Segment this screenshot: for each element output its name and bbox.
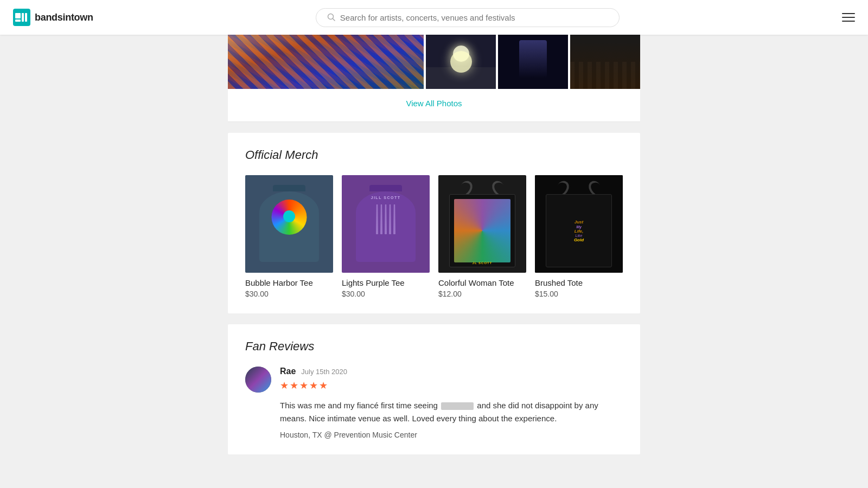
- merch-price-1: $30.00: [245, 290, 333, 298]
- header: bandsintown: [0, 0, 868, 35]
- merch-grid: Bubble Harbor Tee $30.00 JILL SCOTT: [245, 175, 623, 298]
- photos-grid: [228, 35, 640, 89]
- reviewer-name: Rae: [280, 367, 296, 376]
- search-bar: [316, 8, 620, 27]
- merch-price-2: $30.00: [342, 290, 430, 298]
- photo-item[interactable]: [498, 35, 568, 89]
- merch-image-1: [245, 175, 333, 273]
- hamburger-line-1: [842, 13, 855, 14]
- view-all-photos-link[interactable]: View All Photos: [406, 99, 462, 108]
- merch-name-3: Colorful Woman Tote: [438, 278, 526, 287]
- logo-text: bandsintown: [35, 12, 93, 23]
- merch-image-4: Just My Life, Like Gold: [535, 175, 623, 273]
- star-5: ★: [319, 380, 328, 391]
- avatar-image: [245, 367, 271, 393]
- logo[interactable]: bandsintown: [13, 9, 93, 26]
- photo-item[interactable]: [426, 35, 496, 89]
- review-date: July 15th 2020: [301, 368, 347, 376]
- star-3: ★: [299, 380, 308, 391]
- star-1: ★: [280, 380, 289, 391]
- search-input[interactable]: [340, 13, 608, 22]
- svg-rect-4: [25, 13, 27, 22]
- review-text-before: This was me and my fiancé first time see…: [280, 401, 438, 410]
- merch-name-4: Brushed Tote: [535, 278, 623, 287]
- reviewer-info: Rae July 15th 2020 ★ ★ ★ ★ ★: [280, 367, 623, 391]
- merch-item[interactable]: Just My Life, Like Gold Brushed Tote $15…: [535, 175, 623, 298]
- star-2: ★: [290, 380, 298, 391]
- svg-rect-2: [15, 20, 21, 22]
- review-item: Rae July 15th 2020 ★ ★ ★ ★ ★: [245, 367, 623, 393]
- content-column: View All Photos Official Merch Bubble Ha…: [228, 35, 640, 454]
- photo-item[interactable]: [570, 35, 640, 89]
- hamburger-line-3: [842, 21, 855, 22]
- reviewer-name-date: Rae July 15th 2020: [280, 367, 623, 376]
- merch-name-2: Lights Purple Tee: [342, 278, 430, 287]
- photos-section: View All Photos: [228, 35, 640, 122]
- merch-section-title: Official Merch: [245, 148, 623, 162]
- merch-price-3: $12.00: [438, 290, 526, 298]
- reviewer-avatar: [245, 367, 271, 393]
- hamburger-line-2: [842, 17, 855, 18]
- merch-item[interactable]: Bubble Harbor Tee $30.00: [245, 175, 333, 298]
- photo-item[interactable]: [228, 35, 424, 89]
- view-all-photos[interactable]: View All Photos: [228, 89, 640, 111]
- star-rating: ★ ★ ★ ★ ★: [280, 380, 623, 391]
- main-content: View All Photos Official Merch Bubble Ha…: [0, 35, 868, 476]
- menu-button[interactable]: [842, 13, 855, 22]
- merch-name-1: Bubble Harbor Tee: [245, 278, 333, 287]
- svg-line-6: [333, 19, 335, 21]
- merch-section: Official Merch Bubble Harbor Tee $30.00: [228, 133, 640, 313]
- merch-image-3: JL SCOTT: [438, 175, 526, 273]
- merch-item[interactable]: JILL SCOTT Lights Purple Tee $30.00: [342, 175, 430, 298]
- merch-price-4: $15.00: [535, 290, 623, 298]
- merch-image-2: JILL SCOTT: [342, 175, 430, 273]
- search-icon: [327, 13, 336, 22]
- svg-rect-3: [22, 13, 24, 22]
- bandsintown-logo-icon: [13, 9, 30, 26]
- merch-item[interactable]: JL SCOTT Colorful Woman Tote $12.00: [438, 175, 526, 298]
- star-4: ★: [309, 380, 318, 391]
- review-redacted: [441, 402, 474, 410]
- svg-rect-1: [15, 13, 21, 18]
- review-location: Houston, TX @ Prevention Music Center: [245, 431, 623, 439]
- reviews-section: Fan Reviews Rae July 15th 2020 ★ ★ ★ ★: [228, 324, 640, 454]
- review-text: This was me and my fiancé first time see…: [245, 399, 623, 425]
- reviews-section-title: Fan Reviews: [245, 339, 623, 354]
